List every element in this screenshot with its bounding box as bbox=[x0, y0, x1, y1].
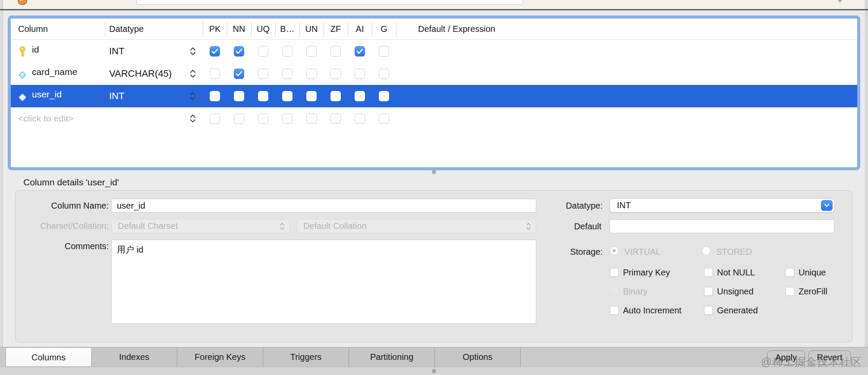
header-column[interactable]: Column bbox=[18, 19, 48, 40]
column-name-cell[interactable]: user_id bbox=[32, 85, 62, 107]
toolbar-input-clipped[interactable] bbox=[136, 0, 523, 5]
datatype-stepper-icon[interactable] bbox=[189, 69, 197, 79]
header-divider bbox=[348, 22, 348, 37]
datatype-stepper-icon[interactable] bbox=[189, 91, 197, 101]
charset-collation-label: Charset/Collation: bbox=[17, 221, 109, 231]
datatype-cell[interactable]: VARCHAR(45) bbox=[109, 62, 172, 85]
header-divider bbox=[372, 22, 372, 37]
flag-checkbox-G[interactable] bbox=[379, 69, 389, 79]
tab-columns[interactable]: Columns bbox=[6, 347, 91, 367]
storage-label: Storage: bbox=[518, 247, 603, 257]
flag-checkbox-NN[interactable] bbox=[234, 113, 244, 124]
flag-checkbox-AI[interactable] bbox=[355, 113, 365, 124]
column-name-cell[interactable]: id bbox=[32, 40, 39, 62]
virtual-radio-label: VIRTUAL bbox=[624, 247, 660, 257]
flag-checkbox-ZF[interactable] bbox=[330, 91, 341, 101]
flag-checkbox-B[interactable] bbox=[282, 69, 292, 79]
unique-checkbox[interactable] bbox=[786, 268, 794, 277]
column-name-cell[interactable]: card_name bbox=[32, 62, 77, 85]
header-flag-PK[interactable]: PK bbox=[203, 19, 227, 40]
datatype-stepper-icon[interactable] bbox=[189, 113, 197, 124]
datatype-stepper-icon[interactable] bbox=[189, 46, 197, 56]
flag-checkbox-NN[interactable] bbox=[234, 91, 244, 101]
not-null-checkbox[interactable] bbox=[704, 268, 713, 277]
flag-checkbox-ZF[interactable] bbox=[330, 46, 341, 56]
flag-checkbox-G[interactable] bbox=[379, 113, 389, 124]
flag-checkbox-NN[interactable] bbox=[234, 46, 244, 56]
flag-checkbox-G[interactable] bbox=[379, 46, 389, 56]
flag-checkbox-UN[interactable] bbox=[306, 46, 317, 56]
flag-checkbox-AI[interactable] bbox=[355, 46, 365, 56]
header-datatype[interactable]: Datatype bbox=[109, 19, 144, 40]
header-flag-NN[interactable]: NN bbox=[227, 19, 251, 40]
flag-checkbox-PK[interactable] bbox=[210, 46, 220, 56]
header-divider bbox=[227, 22, 227, 37]
flag-checkbox-PK[interactable] bbox=[210, 113, 220, 124]
auto-increment-checkbox[interactable] bbox=[610, 306, 619, 315]
collation-dropdown: Default Collation bbox=[297, 219, 536, 233]
header-flag-G[interactable]: G bbox=[372, 19, 396, 40]
revert-button[interactable]: Revert bbox=[808, 350, 851, 365]
columns-grid: ColumnDatatypePKNNUQB…UNZFAIGDefault / E… bbox=[11, 19, 857, 167]
flag-checkbox-PK[interactable] bbox=[210, 69, 220, 79]
flag-checkbox-AI[interactable] bbox=[355, 69, 365, 79]
charset-dropdown: Default Charset bbox=[111, 219, 290, 233]
header-flag-B[interactable]: B… bbox=[275, 19, 299, 40]
flag-checkbox-UN[interactable] bbox=[306, 91, 317, 101]
header-divider bbox=[324, 22, 324, 37]
unsigned-checkbox[interactable] bbox=[704, 287, 713, 296]
splitter-handle[interactable] bbox=[432, 170, 436, 174]
column-name-input[interactable]: user_id bbox=[111, 199, 536, 212]
flag-checkbox-UN[interactable] bbox=[306, 69, 317, 79]
generated-checkbox[interactable] bbox=[704, 306, 713, 315]
apply-button[interactable]: Apply bbox=[767, 350, 805, 365]
flag-checkbox-B[interactable] bbox=[282, 46, 292, 56]
flag-checkbox-UQ[interactable] bbox=[258, 91, 268, 101]
tab-foreign-keys[interactable]: Foreign Keys bbox=[177, 347, 263, 367]
flag-checkbox-B[interactable] bbox=[282, 113, 292, 124]
flag-checkbox-ZF[interactable] bbox=[330, 113, 341, 124]
flag-checkbox-UQ[interactable] bbox=[258, 69, 268, 79]
charset-value: Default Charset bbox=[118, 221, 178, 231]
flag-checkbox-B[interactable] bbox=[282, 91, 292, 101]
zerofill-checkbox[interactable] bbox=[786, 287, 794, 296]
unsigned-label: Unsigned bbox=[717, 287, 754, 297]
table-editor-icon bbox=[16, 0, 34, 8]
flag-checkbox-AI[interactable] bbox=[355, 91, 365, 101]
bottom-splitter-handle[interactable] bbox=[432, 369, 436, 373]
default-input[interactable] bbox=[610, 219, 834, 233]
primary-key-checkbox[interactable] bbox=[610, 268, 619, 277]
stored-radio bbox=[702, 247, 711, 255]
flag-checkbox-UQ[interactable] bbox=[258, 46, 268, 56]
tab-indexes[interactable]: Indexes bbox=[91, 347, 177, 367]
datatype-cell[interactable]: INT bbox=[109, 85, 124, 107]
column-row-new[interactable]: <click to edit> bbox=[11, 107, 857, 130]
tab-partitioning[interactable]: Partitioning bbox=[349, 347, 435, 367]
column-row-user_id[interactable]: user_idINT bbox=[11, 85, 857, 107]
column-row-card_name[interactable]: card_nameVARCHAR(45) bbox=[11, 62, 857, 85]
flag-checkbox-UQ[interactable] bbox=[258, 113, 268, 124]
header-flag-UN[interactable]: UN bbox=[299, 19, 324, 40]
datatype-combobox[interactable]: INT bbox=[610, 198, 834, 212]
datatype-cell[interactable]: INT bbox=[109, 40, 124, 62]
header-divider bbox=[251, 22, 252, 37]
header-flag-ZF[interactable]: ZF bbox=[324, 19, 348, 40]
header-divider bbox=[299, 22, 300, 37]
header-default-expression[interactable]: Default / Expression bbox=[418, 19, 495, 40]
details-title: Column details 'user_id' bbox=[23, 177, 119, 188]
flag-checkbox-ZF[interactable] bbox=[330, 69, 341, 79]
comments-textarea[interactable]: 用户 id bbox=[111, 240, 536, 324]
chevron-down-icon[interactable] bbox=[821, 200, 833, 211]
header-flag-AI[interactable]: AI bbox=[348, 19, 372, 40]
flag-checkbox-UN[interactable] bbox=[306, 113, 317, 124]
flag-checkbox-PK[interactable] bbox=[210, 91, 220, 101]
flag-checkbox-NN[interactable] bbox=[234, 69, 244, 79]
flag-checkbox-G[interactable] bbox=[379, 91, 389, 101]
tab-triggers[interactable]: Triggers bbox=[263, 347, 349, 367]
column-row-id[interactable]: idINT bbox=[11, 40, 857, 62]
tab-options[interactable]: Options bbox=[435, 347, 521, 367]
column-name-cell[interactable]: <click to edit> bbox=[18, 107, 73, 130]
key-icon bbox=[18, 46, 27, 57]
header-flag-UQ[interactable]: UQ bbox=[251, 19, 275, 40]
chevron-down-icon[interactable] bbox=[836, 0, 844, 3]
